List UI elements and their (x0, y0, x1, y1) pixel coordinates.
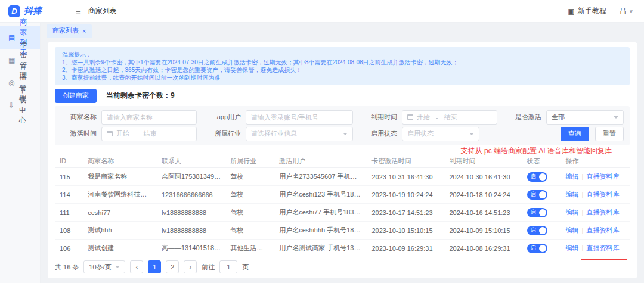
cell-user: 用户名ceshihhh 手机号18300... (274, 222, 367, 240)
tab-label: 商家列表 (52, 26, 79, 35)
close-icon[interactable]: × (82, 27, 86, 35)
prev-page-button[interactable]: ‹ (130, 260, 143, 273)
sidebar-item-label: 下载中心 (19, 85, 32, 126)
edit-link[interactable]: 编辑 (566, 173, 579, 180)
merchant-table-wrap: ID 商家名称 联系人 所属行业 激活用户 卡密激活时间 到期时间 状态 操作 (55, 155, 630, 258)
live-library-link[interactable]: 直播资料库 (586, 226, 619, 234)
col-header-expire: 到期时间 (444, 155, 522, 168)
notice-alert: 温馨提示： 1、您一共剩余9个卡密，其中1个需要在2024-07-30日之前生成… (55, 47, 630, 85)
live-library-link[interactable]: 直播资料库 (586, 173, 619, 180)
is-activated-value: 全部 (552, 113, 565, 122)
cell-expire: 2024-10-30 16:41:30 (444, 168, 522, 186)
table-row: 114 河南餐饮网络科技有限... 12316666666666 驾校 用户名c… (55, 186, 630, 204)
calendar-icon (407, 114, 413, 120)
merchant-name-input[interactable] (107, 114, 191, 121)
toolbar: 创建商家 当前剩余卡密个数：9 (55, 89, 630, 103)
cell-name: 河南餐饮网络科技有限... (83, 186, 157, 204)
cell-contact: 12316666666666 (157, 186, 225, 204)
activate-date-range[interactable]: 开始 - 结束 (101, 127, 197, 141)
activate-time-label: 激活时间 (61, 129, 97, 138)
cell-contact: lv18888888888 (157, 204, 225, 222)
edit-link[interactable]: 编辑 (566, 244, 579, 251)
cell-user: 用户名ceshi77 手机号183006... (274, 204, 367, 222)
range-separator: - (135, 130, 138, 138)
sidebar-item-download-center[interactable]: ⇩ 下载中心 (0, 94, 40, 117)
create-merchant-button[interactable]: 创建商家 (55, 89, 97, 103)
toggle-knob (539, 227, 546, 234)
range-end: 结束 (444, 113, 457, 122)
cell-industry: 驾校 (225, 204, 274, 222)
cell-user: 用户名ceshi123 手机号18888... (274, 186, 367, 204)
live-library-link[interactable]: 直播资料库 (586, 209, 619, 216)
tutorial-label: 新手教程 (578, 6, 606, 16)
toggle-knob (539, 191, 546, 198)
merchant-name-input-wrap (101, 110, 197, 125)
live-library-link[interactable]: 直播资料库 (586, 191, 619, 198)
page-button-2[interactable]: 2 (166, 260, 179, 273)
is-activated-select[interactable]: 全部 (546, 110, 624, 125)
range-separator: - (436, 114, 438, 121)
edit-link[interactable]: 编辑 (566, 191, 579, 198)
logo-icon: D (8, 5, 20, 17)
range-start: 开始 (116, 129, 129, 138)
topbar-right: ▣ 新手教程 吕 ∨ (568, 6, 644, 16)
industry-select[interactable]: 请选择行业信息 (246, 127, 353, 141)
collapse-menu-icon[interactable]: ≡ (76, 6, 81, 16)
app-user-label: app用户 (205, 113, 241, 122)
merchant-list-card: 温馨提示： 1、您一共剩余9个卡密，其中1个需要在2024-07-30日之前生成… (48, 42, 637, 279)
live-library-link[interactable]: 直播资料库 (586, 244, 619, 251)
chevron-down-icon (469, 133, 474, 135)
app-logo: D 抖捧 (0, 5, 69, 17)
cell-expire: 2024-10-08 16:29:31 (444, 240, 522, 257)
tutorial-icon: ▣ (568, 7, 574, 15)
alert-title: 温馨提示： (62, 51, 623, 58)
cell-id: 115 (55, 168, 83, 186)
status-toggle[interactable]: 启 (527, 208, 547, 217)
cell-activated: 2023-10-09 16:29:31 (367, 240, 444, 257)
search-button[interactable]: 查询 (561, 127, 589, 141)
breadcrumb: 商家列表 (88, 6, 117, 16)
cell-user: 用户名测试商家 手机号13140... (274, 240, 367, 257)
annotation-text: 支持从 pc 端给商家配置 AI 语音库和智能回复库 (55, 147, 612, 155)
chevron-down-icon (614, 116, 618, 119)
page-size-value: 10条/页 (89, 263, 111, 272)
industry-label: 所属行业 (205, 129, 241, 138)
table-row: 108 测试hhh lv18888888888 驾校 用户名ceshihhh 手… (55, 222, 630, 240)
page-size-select[interactable]: 10条/页 (83, 260, 125, 273)
goto-page-input[interactable] (219, 260, 237, 273)
cell-user: 用户名2733545607 手机号17... (274, 168, 367, 186)
filter-panel: 商家名称 app用户 到期时间 (55, 106, 630, 145)
industry-placeholder: 请选择行业信息 (251, 129, 297, 138)
toggle-knob (539, 209, 546, 216)
next-page-button[interactable]: › (184, 260, 197, 273)
user-menu[interactable]: 吕 ∨ (620, 6, 633, 16)
range-start: 开始 (417, 113, 430, 122)
table-row: 111 ceshi77 lv18888888888 驾校 用户名ceshi77 … (55, 204, 630, 222)
enable-status-placeholder: 启用状态 (407, 129, 434, 138)
status-toggle[interactable]: 启 (527, 226, 547, 235)
reset-button[interactable]: 重置 (595, 127, 624, 141)
chevron-down-icon: ∨ (629, 8, 633, 14)
tutorial-link[interactable]: ▣ 新手教程 (568, 6, 606, 16)
calendar-icon (107, 131, 113, 136)
app-user-input[interactable] (251, 114, 348, 121)
edit-link[interactable]: 编辑 (566, 209, 579, 216)
table-header-row: ID 商家名称 联系人 所属行业 激活用户 卡密激活时间 到期时间 状态 操作 (55, 155, 630, 168)
table-row: 115 我是商家名称 余阿阿17538134962 驾校 用户名27335456… (55, 168, 630, 186)
edit-link[interactable]: 编辑 (566, 226, 579, 234)
status-toggle[interactable]: 启 (527, 172, 547, 182)
status-toggle[interactable]: 启 (527, 244, 547, 253)
expire-time-label: 到期时间 (361, 113, 397, 122)
user-name: 吕 (620, 6, 627, 16)
toggle-knob (539, 173, 546, 181)
tab-merchant-list[interactable]: 商家列表 × (47, 24, 92, 38)
page-button-1[interactable]: 1 (148, 260, 161, 273)
enable-status-label: 启用状态 (361, 129, 397, 138)
app-user-input-wrap (246, 110, 353, 125)
content: 温馨提示： 1、您一共剩余9个卡密，其中1个需要在2024-07-30日之前生成… (41, 38, 644, 283)
enable-status-select[interactable]: 启用状态 (402, 127, 479, 141)
status-toggle[interactable]: 启 (527, 190, 547, 200)
card-icon: ▦ (8, 56, 15, 64)
cell-expire: 2024-10-18 10:24:24 (444, 186, 522, 204)
expire-date-range[interactable]: 开始 - 结束 (402, 110, 497, 125)
